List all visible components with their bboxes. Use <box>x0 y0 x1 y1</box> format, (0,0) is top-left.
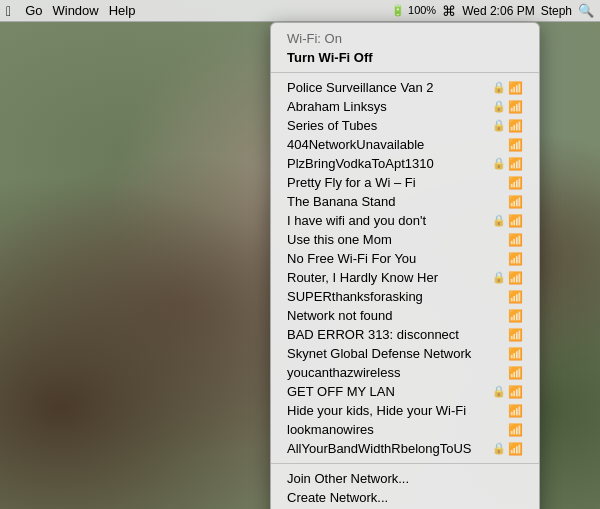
menubar-window[interactable]: Window <box>52 3 98 18</box>
wifi-signal-icon: 📶 <box>508 233 523 247</box>
networks-section: Police Surveillance Van 2🔒📶Abraham Links… <box>271 76 539 460</box>
network-item[interactable]: Router, I Hardly Know Her🔒📶 <box>271 268 539 287</box>
actions-section: Join Other Network...Create Network...Op… <box>271 467 539 509</box>
wifi-signal-icon: 📶 <box>508 309 523 323</box>
network-icons: 🔒📶 <box>492 271 523 285</box>
network-name: Use this one Mom <box>287 232 504 247</box>
network-item[interactable]: SUPERthanksforasking📶 <box>271 287 539 306</box>
network-item[interactable]: AllYourBandWidthRbelongToUS🔒📶 <box>271 439 539 458</box>
wifi-signal-icon: 📶 <box>508 81 523 95</box>
network-icons: 🔒📶 <box>492 442 523 456</box>
network-name: Abraham Linksys <box>287 99 488 114</box>
action-0[interactable]: Join Other Network... <box>271 469 539 488</box>
wifi-icon[interactable]: ⌘ <box>442 3 456 19</box>
wifi-signal-icon: 📶 <box>508 366 523 380</box>
battery-status: 🔋 100% <box>391 4 436 17</box>
lock-icon: 🔒 <box>492 385 506 398</box>
network-item[interactable]: Hide your kids, Hide your Wi-Fi📶 <box>271 401 539 420</box>
wifi-signal-icon: 📶 <box>508 347 523 361</box>
network-icons: 📶 <box>508 404 523 418</box>
wifi-signal-icon: 📶 <box>508 100 523 114</box>
network-item[interactable]: Pretty Fly for a Wi – Fi📶 <box>271 173 539 192</box>
network-icons: 🔒📶 <box>492 214 523 228</box>
network-name: Police Surveillance Van 2 <box>287 80 488 95</box>
network-name: I have wifi and you don't <box>287 213 488 228</box>
network-name: 404NetworkUnavailable <box>287 137 504 152</box>
wifi-signal-icon: 📶 <box>508 214 523 228</box>
network-icons: 🔒📶 <box>492 81 523 95</box>
network-item[interactable]: Use this one Mom📶 <box>271 230 539 249</box>
network-name: Pretty Fly for a Wi – Fi <box>287 175 504 190</box>
lock-icon: 🔒 <box>492 119 506 132</box>
network-name: AllYourBandWidthRbelongToUS <box>287 441 488 456</box>
lock-icon: 🔒 <box>492 100 506 113</box>
wifi-signal-icon: 📶 <box>508 176 523 190</box>
network-name: Skynet Global Defense Network <box>287 346 504 361</box>
wifi-signal-icon: 📶 <box>508 423 523 437</box>
lock-icon: 🔒 <box>492 442 506 455</box>
network-icons: 🔒📶 <box>492 157 523 171</box>
network-item[interactable]: PlzBringVodkaToApt1310🔒📶 <box>271 154 539 173</box>
divider-1 <box>271 72 539 73</box>
network-item[interactable]: Abraham Linksys🔒📶 <box>271 97 539 116</box>
network-icons: 📶 <box>508 290 523 304</box>
network-item[interactable]: The Banana Stand📶 <box>271 192 539 211</box>
network-icons: 📶 <box>508 423 523 437</box>
wifi-signal-icon: 📶 <box>508 290 523 304</box>
wifi-signal-icon: 📶 <box>508 252 523 266</box>
network-icons: 📶 <box>508 347 523 361</box>
action-1[interactable]: Create Network... <box>271 488 539 507</box>
network-name: The Banana Stand <box>287 194 504 209</box>
action-label: Join Other Network... <box>287 471 523 486</box>
network-item[interactable]: Skynet Global Defense Network📶 <box>271 344 539 363</box>
network-icons: 🔒📶 <box>492 100 523 114</box>
network-icons: 📶 <box>508 233 523 247</box>
network-name: PlzBringVodkaToApt1310 <box>287 156 488 171</box>
network-name: No Free Wi-Fi For You <box>287 251 504 266</box>
wifi-signal-icon: 📶 <box>508 442 523 456</box>
network-name: lookmanowires <box>287 422 504 437</box>
network-item[interactable]: BAD ERROR 313: disconnect📶 <box>271 325 539 344</box>
search-icon[interactable]: 🔍 <box>578 3 594 18</box>
wifi-signal-icon: 📶 <box>508 385 523 399</box>
network-icons: 📶 <box>508 309 523 323</box>
menubar-help[interactable]: Help <box>109 3 136 18</box>
user-name[interactable]: Steph <box>541 4 572 18</box>
network-item[interactable]: Police Surveillance Van 2🔒📶 <box>271 78 539 97</box>
divider-2 <box>271 463 539 464</box>
wifi-signal-icon: 📶 <box>508 138 523 152</box>
network-name: Series of Tubes <box>287 118 488 133</box>
network-item[interactable]: youcanthazwireless📶 <box>271 363 539 382</box>
network-item[interactable]: I have wifi and you don't🔒📶 <box>271 211 539 230</box>
network-item[interactable]: Network not found📶 <box>271 306 539 325</box>
network-icons: 📶 <box>508 138 523 152</box>
datetime: Wed 2:06 PM <box>462 4 534 18</box>
network-name: BAD ERROR 313: disconnect <box>287 327 504 342</box>
wifi-status-label: Wi-Fi: On <box>271 29 539 48</box>
wifi-signal-icon: 📶 <box>508 195 523 209</box>
turn-wifi-off-button[interactable]: Turn Wi-Fi Off <box>271 48 539 67</box>
network-item[interactable]: lookmanowires📶 <box>271 420 539 439</box>
network-icons: 📶 <box>508 252 523 266</box>
wifi-signal-icon: 📶 <box>508 119 523 133</box>
network-icons: 📶 <box>508 328 523 342</box>
network-name: youcanthazwireless <box>287 365 504 380</box>
apple-menu[interactable]:  <box>6 3 11 19</box>
menubar-go[interactable]: Go <box>25 3 42 18</box>
network-item[interactable]: No Free Wi-Fi For You📶 <box>271 249 539 268</box>
lock-icon: 🔒 <box>492 214 506 227</box>
wifi-signal-icon: 📶 <box>508 328 523 342</box>
network-icons: 🔒📶 <box>492 119 523 133</box>
wifi-signal-icon: 📶 <box>508 157 523 171</box>
menubar-left:  Go Window Help <box>6 3 391 19</box>
action-label: Create Network... <box>287 490 523 505</box>
lock-icon: 🔒 <box>492 81 506 94</box>
network-icons: 📶 <box>508 195 523 209</box>
network-item[interactable]: Series of Tubes🔒📶 <box>271 116 539 135</box>
network-item[interactable]: 404NetworkUnavailable📶 <box>271 135 539 154</box>
network-name: Hide your kids, Hide your Wi-Fi <box>287 403 504 418</box>
network-name: Router, I Hardly Know Her <box>287 270 488 285</box>
wifi-signal-icon: 📶 <box>508 404 523 418</box>
network-item[interactable]: GET OFF MY LAN🔒📶 <box>271 382 539 401</box>
network-icons: 📶 <box>508 176 523 190</box>
